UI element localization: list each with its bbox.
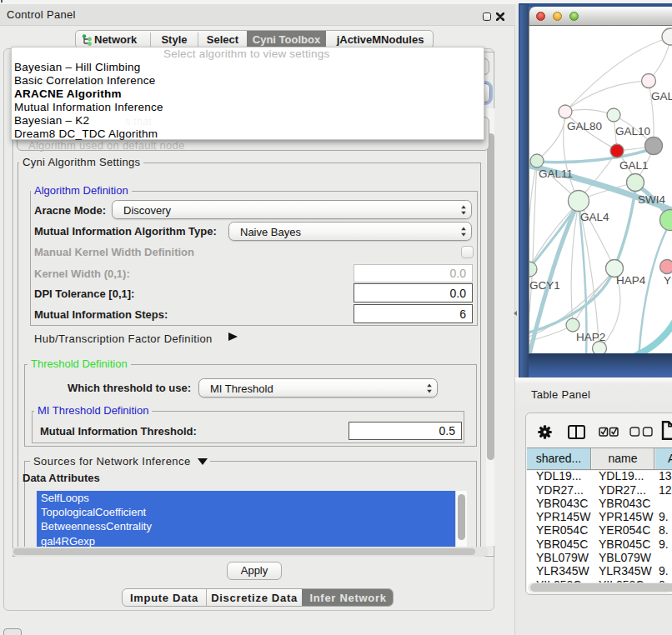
svg-text:GAL80: GAL80	[567, 120, 602, 132]
svg-text:Y: Y	[664, 274, 671, 287]
svg-text:SWI4: SWI4	[638, 193, 665, 206]
svg-text:GAL4: GAL4	[580, 211, 609, 223]
svg-text:HAP4: HAP4	[616, 274, 646, 287]
svg-text:GAL: GAL	[651, 90, 672, 102]
svg-text:GAL10: GAL10	[615, 125, 650, 138]
svg-text:GAL11: GAL11	[539, 168, 573, 180]
svg-text:HAP2: HAP2	[576, 331, 605, 343]
svg-text:GCY1: GCY1	[529, 279, 560, 292]
svg-text:GAL1: GAL1	[619, 159, 649, 172]
